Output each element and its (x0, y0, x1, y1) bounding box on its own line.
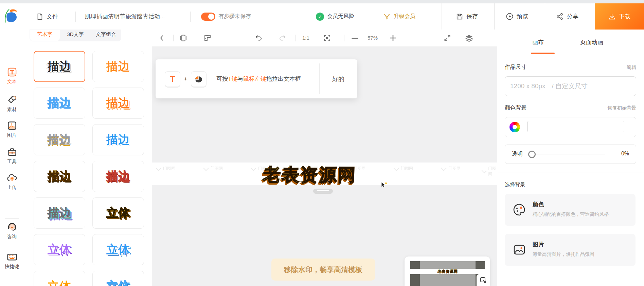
sidebar-label-materials: 素材 (0, 107, 24, 113)
bg-option-image[interactable]: 图片 海量高清图片，烘托作品氛围 (505, 234, 636, 266)
text-style-card[interactable]: 描边 (92, 51, 144, 82)
page-thumbnail[interactable]: 老表资源网 (410, 261, 485, 286)
file-icon (36, 13, 43, 21)
check-circle-icon: ✓ (316, 13, 324, 21)
bg-color-label: 颜色背景 (505, 104, 526, 112)
text-style-card[interactable]: 描边 (34, 197, 85, 229)
sidebar-label-images: 图片 (0, 132, 24, 138)
tab-art-text[interactable]: 艺术字 (30, 30, 60, 41)
upload-cloud-icon (0, 173, 24, 183)
play-circle-icon (506, 13, 514, 20)
fullscreen-icon[interactable] (443, 34, 451, 42)
divider (545, 3, 545, 30)
sidebar-item-tools[interactable]: 工具 (0, 147, 24, 165)
main-sidebar: 文本 素材 图片 (0, 30, 24, 286)
mouse-left-button-icon (191, 71, 207, 87)
zoom-in-icon[interactable] (390, 35, 396, 41)
text-style-card[interactable]: 立体 (92, 197, 144, 229)
color-wheel-icon[interactable] (509, 122, 520, 132)
tab-text-combo[interactable]: 文字组合 (91, 30, 121, 41)
tab-canvas[interactable]: 画布 (532, 30, 544, 55)
thumbnail-artwork-text: 老表资源网 (437, 269, 458, 274)
opacity-slider-handle[interactable] (528, 151, 536, 158)
sidebar-item-shortcuts[interactable]: 快捷键 (0, 252, 24, 270)
divider (75, 12, 76, 22)
text-style-card[interactable]: 立体 (34, 234, 85, 265)
device-preview-icon[interactable] (179, 34, 187, 42)
text-style-card[interactable]: 描边 (92, 161, 144, 192)
sidebar-label-support: 咨询 (0, 234, 24, 240)
zoom-level: 57% (368, 30, 378, 46)
document-title[interactable]: 肌理插画清明节旅游踏青活动... (85, 3, 165, 30)
bg-option-color-title: 颜色 (533, 201, 544, 208)
text-style-card[interactable]: 立体 (92, 271, 144, 286)
image-icon (0, 120, 24, 131)
sidebar-item-images[interactable]: 图片 (0, 120, 24, 138)
plus-sign: + (184, 76, 187, 82)
ratio-1-1-button[interactable]: 1:1 (302, 30, 309, 46)
divider (497, 172, 644, 172)
opacity-slider-track[interactable] (536, 154, 605, 154)
upgrade-vip-button[interactable]: 升级会员 (383, 3, 415, 30)
tab-3d-text[interactable]: 3D文字 (60, 30, 91, 41)
layers-icon[interactable] (465, 34, 473, 42)
canvas-settings-panel: 画布 页面动画 作品尺寸 编辑 1200 x 80px / 自定义尺寸 颜色背景… (497, 30, 644, 286)
text-style-card[interactable]: 描边 (34, 124, 85, 155)
ruler-icon[interactable] (203, 34, 212, 42)
file-menu-label: 文件 (47, 13, 58, 20)
sidebar-item-upload[interactable]: 上传 (0, 173, 24, 191)
share-button[interactable]: 分享 (556, 3, 578, 30)
artboard[interactable]: 门图网 门图网 门图网 门图网 门图网 门图网 门图网 门图网 老表资源网 (152, 163, 497, 185)
save-button[interactable]: 保存 (456, 3, 478, 30)
artwork-text[interactable]: 老表资源网 (253, 163, 366, 187)
vip-icon (383, 13, 391, 20)
text-style-card[interactable]: 描边 (92, 124, 144, 155)
opacity-row: 透明 0% (505, 145, 636, 164)
sidebar-item-materials[interactable]: 素材 (0, 95, 24, 113)
divider (173, 35, 174, 41)
bg-color-value-input[interactable] (527, 121, 624, 132)
preview-button[interactable]: 预览 (506, 3, 528, 30)
fit-canvas-icon[interactable] (323, 34, 331, 42)
file-menu[interactable]: 文件 (36, 3, 58, 30)
zoom-out-icon[interactable] (352, 38, 358, 39)
watermark: 门图网 (442, 166, 461, 171)
remove-watermark-banner[interactable]: 移除水印，畅享高清模板 (271, 259, 375, 281)
undo-icon[interactable] (255, 34, 263, 42)
size-placeholder: 1200 x 80px / 自定义尺寸 (510, 82, 588, 91)
watermark: 门图网 (204, 166, 223, 171)
text-style-card[interactable]: 描边 (34, 51, 85, 82)
canvas-area[interactable]: 1:1 57% T + (152, 30, 497, 286)
text-hint-tooltip: T + 可按T键与鼠标左键拖拉出文本框 好的 (156, 59, 357, 98)
sidebar-label-shortcuts: 快捷键 (0, 264, 24, 270)
tools-icon (0, 147, 24, 157)
text-styles-panel: 艺术字 3D文字 文字组合 描边 描边 描边 描边 描边 描边 描边 描边 描边… (24, 30, 152, 286)
text-style-grid: 描边 描边 描边 描边 描边 描边 描边 描边 描边 立体 立体 立体 立体 立… (34, 51, 144, 286)
text-style-card[interactable]: 描边 (34, 161, 85, 192)
tab-page-animation[interactable]: 页面动画 (580, 30, 603, 55)
resize-handle[interactable] (313, 189, 333, 194)
app-header: 文件 肌理插画清明节旅游踏青活动... 有步骤未保存 ✓ 会员无风险 升级会员 (0, 3, 644, 30)
keyboard-icon (0, 252, 24, 262)
text-style-card[interactable]: 立体 (34, 271, 85, 286)
restore-bg-link[interactable]: 恢复初始背景 (608, 105, 636, 111)
app-logo[interactable] (3, 3, 18, 30)
bg-option-color[interactable]: 颜色 精心调配的百搭颜色，营造简约风格 (505, 194, 636, 226)
collapse-thumbnail-icon[interactable] (477, 274, 490, 286)
text-style-card[interactable]: 立体 (92, 234, 144, 265)
tooltip-ok-button[interactable]: 好的 (319, 59, 357, 98)
thumbnail-banner-strip: 老表资源网 (410, 269, 485, 274)
share-label: 分享 (567, 13, 578, 20)
size-input[interactable]: 1200 x 80px / 自定义尺寸 (505, 76, 636, 96)
redo-icon[interactable] (278, 34, 286, 42)
save-icon (456, 13, 463, 20)
back-icon[interactable] (158, 34, 166, 42)
edit-size-link[interactable]: 编辑 (627, 64, 636, 71)
text-style-card[interactable]: 描边 (34, 88, 85, 119)
page-thumbnail-card: 老表资源网 (405, 256, 490, 286)
sidebar-item-support[interactable]: 咨询 (0, 221, 24, 240)
sidebar-item-text[interactable]: 文本 (0, 67, 24, 85)
autosave-toggle[interactable] (201, 13, 215, 21)
download-button[interactable]: 下载 (595, 3, 644, 30)
text-style-card[interactable]: 描边 (92, 88, 144, 119)
